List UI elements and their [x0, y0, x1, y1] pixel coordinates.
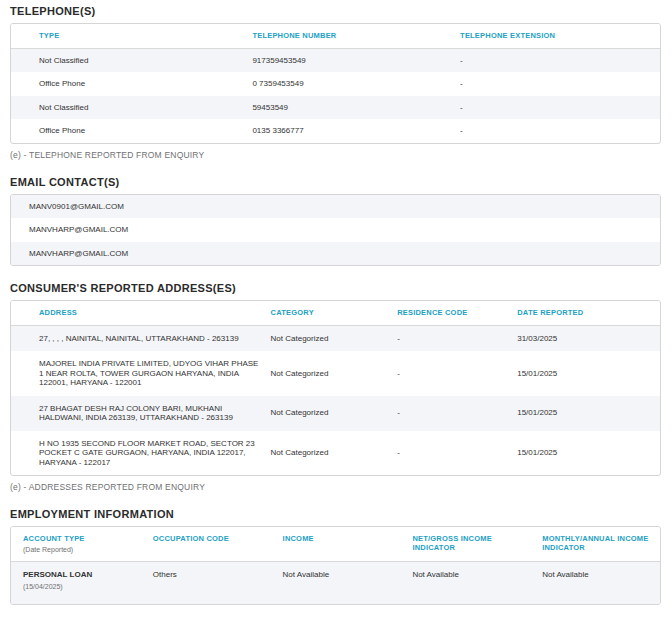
employment-income: Not Available	[271, 562, 401, 605]
column-header-monthly-annual-income-indicator: MONTHLY/ANNUAL INCOME INDICATOR	[530, 527, 660, 562]
employment-heading: EMPLOYMENT INFORMATION	[10, 508, 661, 520]
table-row: Not Classified 917359453549 -	[11, 48, 660, 72]
address-value: MAJOREL INDIA PRIVATE LIMITED, UDYOG VIH…	[11, 351, 271, 396]
account-type-value: PERSONAL LOAN	[23, 570, 133, 580]
section-employment: EMPLOYMENT INFORMATION ACCOUNT TYPE (Dat…	[10, 508, 661, 605]
address-date-reported: 31/03/2025	[517, 325, 660, 351]
telephone-extension: -	[460, 96, 660, 120]
telephones-heading: TELEPHONE(S)	[10, 5, 661, 17]
address-residence-code: -	[397, 325, 517, 351]
employment-table: ACCOUNT TYPE (Date Reported) OCCUPATION …	[10, 526, 661, 605]
employment-account-type: PERSONAL LOAN (15/04/2025)	[11, 562, 141, 605]
telephone-extension: -	[460, 119, 660, 143]
column-header-subtext: (Date Reported)	[23, 546, 133, 555]
telephone-type: Office Phone	[11, 119, 252, 143]
column-header-residence-code: RESIDENCE CODE	[397, 301, 517, 325]
column-header-income: INCOME	[271, 527, 401, 562]
addresses-header-row: ADDRESS CATEGORY RESIDENCE CODE DATE REP…	[11, 301, 660, 325]
column-header-net-gross-income-indicator: NET/GROSS INCOME INDICATOR	[400, 527, 530, 562]
telephone-number: 59453549	[252, 96, 460, 120]
column-header-category: CATEGORY	[271, 301, 398, 325]
table-row: MAJOREL INDIA PRIVATE LIMITED, UDYOG VIH…	[11, 351, 660, 396]
section-emails: EMAIL CONTACT(S) MANV0901@GMAIL.COM MANV…	[10, 176, 661, 267]
address-value: 27, , , , NAINITAL, NAINITAL, UTTARAKHAN…	[11, 325, 271, 351]
addresses-heading: CONSUMER'S REPORTED ADDRESS(ES)	[10, 282, 661, 294]
credit-report-page: TELEPHONE(S) TYPE TELEPHONE NUMBER TELEP…	[0, 0, 672, 605]
column-header-account-type: ACCOUNT TYPE (Date Reported)	[11, 527, 141, 562]
telephone-type: Not Classified	[11, 96, 252, 120]
address-value: H NO 1935 SECOND FLOOR MARKET ROAD, SECT…	[11, 431, 271, 476]
address-category: Not Categorized	[271, 325, 398, 351]
table-row: 27 BHAGAT DESH RAJ COLONY BARI, MUKHANI …	[11, 396, 660, 431]
telephone-number: 917359453549	[252, 48, 460, 72]
address-residence-code: -	[397, 351, 517, 396]
address-category: Not Categorized	[271, 351, 398, 396]
address-residence-code: -	[397, 396, 517, 431]
table-row: 27, , , , NAINITAL, NAINITAL, UTTARAKHAN…	[11, 325, 660, 351]
telephones-table: TYPE TELEPHONE NUMBER TELEPHONE EXTENSIO…	[10, 23, 661, 144]
list-item: MANV0901@GMAIL.COM	[11, 195, 660, 219]
telephone-type: Office Phone	[11, 72, 252, 96]
telephone-number: 0 7359453549	[252, 72, 460, 96]
column-header-occupation-code: OCCUPATION CODE	[141, 527, 271, 562]
employment-header-row: ACCOUNT TYPE (Date Reported) OCCUPATION …	[11, 527, 660, 562]
address-date-reported: 15/01/2025	[517, 431, 660, 476]
telephone-number: 0135 3366777	[252, 119, 460, 143]
table-row: Office Phone 0 7359453549 -	[11, 72, 660, 96]
account-type-date: (15/04/2025)	[23, 582, 133, 592]
telephones-footnote: (e) - TELEPHONE REPORTED FROM ENQUIRY	[10, 150, 661, 160]
table-row: PERSONAL LOAN (15/04/2025) Others Not Av…	[11, 562, 660, 605]
table-row: Not Classified 59453549 -	[11, 96, 660, 120]
section-addresses: CONSUMER'S REPORTED ADDRESS(ES) ADDRESS …	[10, 282, 661, 492]
column-header-telephone-number: TELEPHONE NUMBER	[252, 24, 460, 48]
column-header-address: ADDRESS	[11, 301, 271, 325]
column-header-date-reported: DATE REPORTED	[517, 301, 660, 325]
address-date-reported: 15/01/2025	[517, 351, 660, 396]
column-header-label: ACCOUNT TYPE	[23, 534, 85, 543]
addresses-table: ADDRESS CATEGORY RESIDENCE CODE DATE REP…	[10, 300, 661, 476]
address-value: 27 BHAGAT DESH RAJ COLONY BARI, MUKHANI …	[11, 396, 271, 431]
table-row: H NO 1935 SECOND FLOOR MARKET ROAD, SECT…	[11, 431, 660, 476]
table-row: Office Phone 0135 3366777 -	[11, 119, 660, 143]
addresses-footnote: (e) - ADDRESSES REPORTED FROM ENQUIRY	[10, 482, 661, 492]
telephone-extension: -	[460, 48, 660, 72]
address-category: Not Categorized	[271, 396, 398, 431]
telephone-extension: -	[460, 72, 660, 96]
telephone-type: Not Classified	[11, 48, 252, 72]
list-item: MANVHARP@GMAIL.COM	[11, 218, 660, 242]
address-date-reported: 15/01/2025	[517, 396, 660, 431]
section-telephones: TELEPHONE(S) TYPE TELEPHONE NUMBER TELEP…	[10, 5, 661, 160]
column-header-telephone-extension: TELEPHONE EXTENSION	[460, 24, 660, 48]
emails-heading: EMAIL CONTACT(S)	[10, 176, 661, 188]
address-category: Not Categorized	[271, 431, 398, 476]
column-header-type: TYPE	[11, 24, 252, 48]
employment-occupation-code: Others	[141, 562, 271, 605]
telephones-header-row: TYPE TELEPHONE NUMBER TELEPHONE EXTENSIO…	[11, 24, 660, 48]
emails-list: MANV0901@GMAIL.COM MANVHARP@GMAIL.COM MA…	[10, 194, 661, 267]
employment-net-gross-income-indicator: Not Available	[400, 562, 530, 605]
address-residence-code: -	[397, 431, 517, 476]
list-item: MANVHARP@GMAIL.COM	[11, 242, 660, 266]
employment-monthly-annual-income-indicator: Not Available	[530, 562, 660, 605]
